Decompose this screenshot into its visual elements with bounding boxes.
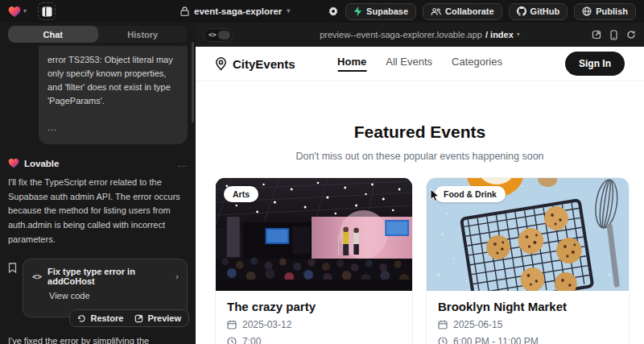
event-time-row: 7:00: [227, 336, 401, 344]
supabase-label: Supabase: [366, 6, 408, 16]
project-name: event-saga-explorer: [194, 6, 282, 16]
toggle-sidebar-button[interactable]: [38, 2, 56, 20]
chat-history-tabs: Chat History: [8, 26, 188, 43]
collaborate-button[interactable]: Collaborate: [423, 3, 502, 20]
chevron-down-icon: ▾: [287, 8, 290, 15]
event-date: 2025-06-15: [453, 319, 502, 330]
sign-in-button[interactable]: Sign In: [565, 52, 625, 76]
code-icon: <>: [32, 272, 42, 281]
preview-path: / index: [485, 30, 514, 39]
event-card-crazy-party[interactable]: Arts The crazy party 2025-03-12 7:00: [215, 177, 413, 344]
user-message-bubble: error TS2353: Object literal may only sp…: [39, 46, 188, 144]
app-topbar: ▾ event-saga-explorer ▾ Supabase C: [0, 0, 644, 23]
event-time: 6:00 PM - 11:00 PM: [453, 336, 539, 344]
code-card-actions: Restore Preview: [69, 309, 189, 327]
site-brand-name: CityEvents: [233, 57, 295, 71]
external-link-icon: [592, 30, 601, 39]
github-button[interactable]: GitHub: [509, 3, 568, 20]
settings-button[interactable]: [328, 6, 339, 17]
event-title: The crazy party: [227, 300, 401, 313]
lovable-heart-icon: [8, 6, 21, 18]
event-cards: Arts The crazy party 2025-03-12 7:00: [196, 162, 644, 344]
event-date: 2025-03-12: [242, 319, 291, 330]
github-label: GitHub: [530, 6, 560, 16]
site-viewport: CityEvents Home All Events Categories Si…: [196, 47, 644, 344]
site-header: CityEvents Home All Events Categories Si…: [196, 47, 644, 81]
assistant-message-1: I'll fix the TypeScript error related to…: [8, 176, 188, 247]
lock-icon: [180, 6, 189, 16]
people-icon: [431, 7, 441, 16]
preview-url: preview--event-saga-explorer.lovable.app: [320, 30, 482, 39]
gear-icon: [328, 6, 339, 17]
preview-toolbar: <> preview--event-saga-explorer.lovable.…: [196, 23, 644, 47]
calendar-icon: [227, 320, 237, 329]
code-icon: <>: [208, 31, 217, 39]
category-badge: Arts: [224, 186, 258, 202]
assistant-name: Lovable: [24, 159, 59, 168]
supabase-bolt-icon: [353, 6, 362, 16]
user-message-text: error TS2353: Object literal may only sp…: [47, 53, 179, 108]
event-date-row: 2025-03-12: [227, 319, 401, 330]
category-badge: Food & Drink: [435, 186, 506, 202]
chat-panel: Chat History error TS2353: Object litera…: [0, 23, 196, 344]
restore-button[interactable]: Restore: [77, 313, 123, 323]
assistant-message-2: I've fixed the error by simplifying the …: [8, 334, 188, 344]
location-pin-icon: [215, 57, 227, 71]
view-code-link[interactable]: View code: [49, 291, 179, 300]
clock-icon: [227, 337, 237, 344]
bookmark-icon: [8, 259, 17, 317]
github-icon: [517, 6, 526, 16]
code-card-title: Fix type type error in addCoHost: [47, 267, 170, 286]
assistant-header: Lovable ...: [8, 158, 188, 168]
nav-home[interactable]: Home: [337, 56, 366, 72]
site-nav: Home All Events Categories: [337, 56, 502, 72]
message-ellipsis: ...: [47, 121, 179, 135]
refresh-button[interactable]: [626, 30, 636, 39]
tab-chat[interactable]: Chat: [8, 26, 98, 43]
lovable-heart-icon: [8, 158, 19, 168]
project-switcher[interactable]: event-saga-explorer ▾: [180, 6, 290, 16]
external-link-icon: [134, 314, 143, 323]
site-brand[interactable]: CityEvents: [215, 57, 295, 71]
clock-icon: [438, 337, 448, 344]
refresh-icon: [626, 30, 636, 39]
sidebar-panel-icon: [42, 6, 52, 17]
code-edit-card[interactable]: <> Fix type type error in addCoHost › Vi…: [23, 259, 188, 317]
preview-pane: <> preview--event-saga-explorer.lovable.…: [196, 23, 644, 344]
collaborate-label: Collaborate: [445, 6, 494, 16]
code-change-widget: <> Fix type type error in addCoHost › Vi…: [8, 259, 188, 317]
message-menu-button[interactable]: ...: [178, 159, 188, 168]
tab-history[interactable]: History: [98, 26, 188, 43]
lovable-logo-menu[interactable]: ▾: [8, 6, 27, 18]
chevron-down-icon: ▾: [23, 8, 27, 15]
hero-subtitle: Don't miss out on these popular events h…: [196, 151, 644, 162]
chevron-down-icon: ▾: [517, 31, 520, 38]
preview-button[interactable]: Preview: [134, 313, 181, 323]
event-time: 7:00: [242, 336, 261, 344]
restore-icon: [77, 314, 86, 323]
calendar-icon: [438, 320, 448, 329]
event-card-brooklyn-market[interactable]: Food & Drink Brooklyn Night Market 2025-…: [426, 177, 630, 344]
chevron-right-icon: ›: [175, 271, 179, 281]
supabase-button[interactable]: Supabase: [345, 3, 416, 20]
event-title: Brooklyn Night Market: [438, 300, 617, 313]
nav-categories[interactable]: Categories: [452, 56, 502, 72]
restore-label: Restore: [90, 313, 123, 323]
nav-all-events[interactable]: All Events: [386, 56, 432, 72]
publish-label: Publish: [596, 6, 628, 16]
mobile-view-button[interactable]: [610, 30, 617, 40]
open-in-new-tab-button[interactable]: [592, 30, 601, 39]
chat-scrollbar[interactable]: [192, 42, 194, 122]
code-preview-toggle[interactable]: <>: [204, 28, 233, 42]
mobile-device-icon: [610, 30, 617, 40]
globe-icon: [582, 6, 592, 16]
preview-url-selector[interactable]: preview--event-saga-explorer.lovable.app…: [320, 30, 520, 39]
toggle-knob: [218, 31, 230, 39]
event-time-row: 6:00 PM - 11:00 PM: [438, 336, 617, 344]
publish-button[interactable]: Publish: [574, 3, 636, 20]
event-date-row: 2025-06-15: [438, 319, 617, 330]
hero-title: Featured Events: [196, 122, 644, 142]
hero-section: Featured Events Don't miss out on these …: [196, 122, 644, 162]
preview-label: Preview: [147, 313, 181, 323]
